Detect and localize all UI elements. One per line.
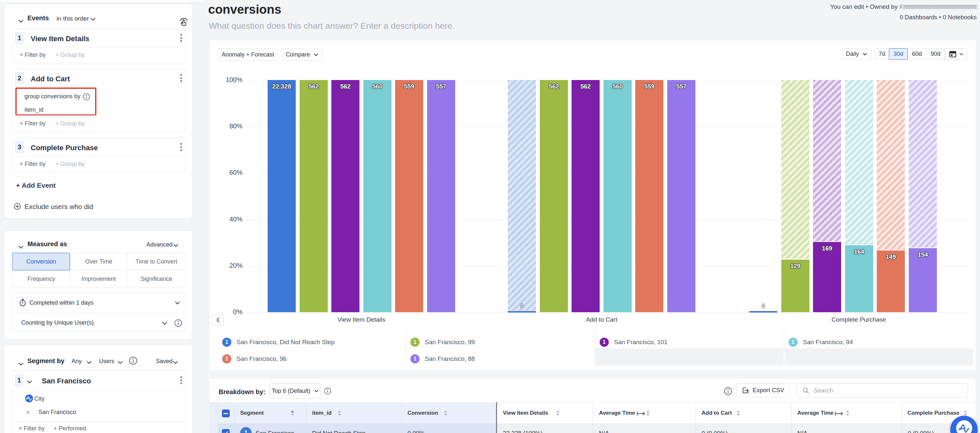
svg-text:0: 0 xyxy=(520,303,523,309)
svg-text:559: 559 xyxy=(404,83,415,90)
svg-text:557: 557 xyxy=(436,83,446,90)
svg-text:129: 129 xyxy=(790,263,800,270)
svg-text:169: 169 xyxy=(822,245,832,252)
svg-text:562: 562 xyxy=(549,83,559,90)
svg-text:560: 560 xyxy=(372,83,383,90)
svg-text:557: 557 xyxy=(676,83,687,90)
svg-text:154: 154 xyxy=(918,251,928,258)
svg-text:562: 562 xyxy=(340,83,351,90)
svg-text:22,328: 22,328 xyxy=(272,83,291,90)
svg-text:164: 164 xyxy=(854,248,864,255)
svg-text:149: 149 xyxy=(886,254,896,260)
svg-text:0: 0 xyxy=(762,303,765,309)
svg-text:562: 562 xyxy=(309,83,319,90)
svg-text:560: 560 xyxy=(612,83,623,90)
svg-text:562: 562 xyxy=(581,83,591,90)
svg-text:559: 559 xyxy=(644,83,655,90)
